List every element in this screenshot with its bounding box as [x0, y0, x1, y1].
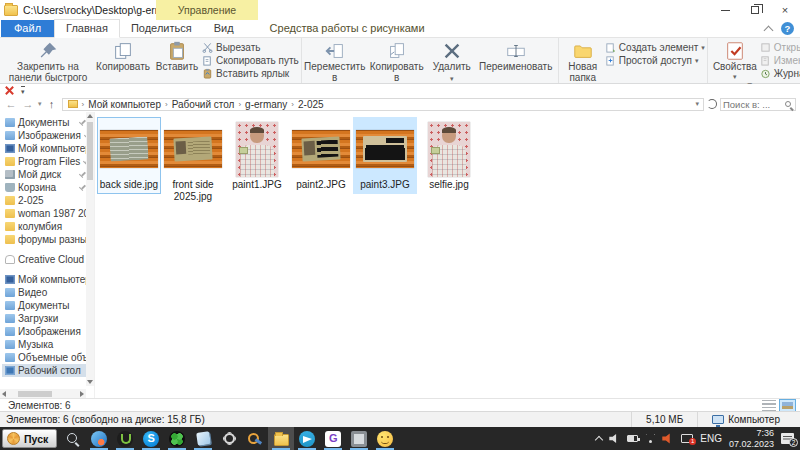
start-button[interactable]: Пуск [2, 429, 57, 448]
sidebar-item-объемные-объекты[interactable]: Объемные объекты [2, 351, 88, 364]
taskbar-search-button[interactable] [60, 427, 86, 450]
tab-share[interactable]: Поделиться [120, 20, 203, 37]
sidebar-item-мой-компьютер[interactable]: Мой компьютер [2, 273, 88, 286]
file-item[interactable]: front side 2025.jpg [161, 117, 225, 205]
qat-red-x-icon[interactable] [4, 85, 15, 96]
edit-button[interactable]: Изменить [760, 54, 800, 66]
tab-file[interactable]: Файл [1, 20, 54, 37]
copy-button[interactable]: Копировать [94, 39, 152, 74]
history-button[interactable]: Журнал [760, 67, 800, 79]
sidebar-item-creative-cloud-files[interactable]: Creative Cloud Files [2, 253, 88, 266]
scroll-right-icon[interactable] [80, 391, 84, 397]
taskbar-settings-button[interactable] [216, 427, 242, 450]
sidebar-item-2-025[interactable]: 2-025 [2, 194, 88, 207]
paste-icon [166, 40, 188, 62]
sidebar-item-мой-диск[interactable]: Мой диск [2, 168, 88, 181]
sidebar-item-видео[interactable]: Видео [2, 286, 88, 299]
qat-customize-caret-icon[interactable]: ▾ [21, 86, 25, 95]
sidebar-item-загрузки[interactable]: Загрузки [2, 312, 88, 325]
language-indicator[interactable]: ENG [700, 433, 722, 444]
taskbar-utorrent-button[interactable] [112, 427, 138, 450]
taskbar-browser-button[interactable] [86, 427, 112, 450]
file-item[interactable]: back side.jpg [97, 117, 161, 194]
help-icon[interactable]: ? [781, 22, 794, 35]
copy-path-button[interactable]: Скопировать путь [202, 54, 299, 66]
search-box[interactable] [720, 98, 796, 111]
rename-button[interactable]: Переименовать [476, 39, 556, 74]
wifi-icon[interactable] [645, 434, 655, 444]
sidebar-item-изображения[interactable]: Изображения [2, 325, 88, 338]
taskbar-key-button[interactable] [242, 427, 268, 450]
delete-button[interactable]: Удалить▾ [428, 39, 476, 83]
properties-button[interactable]: Свойства ▾ [710, 39, 760, 81]
sidebar-item-корзина[interactable]: Корзина [2, 181, 88, 194]
sidebar-item-рабочий-стол[interactable]: Рабочий стол [2, 364, 88, 377]
scrollbar-thumb[interactable] [87, 122, 93, 180]
address-dropdown-caret-icon[interactable]: ▾ [695, 100, 701, 108]
cut-button[interactable]: Вырезать [202, 41, 299, 53]
details-view-button[interactable] [762, 400, 776, 411]
scroll-down-icon[interactable] [87, 380, 93, 384]
paste-shortcut-button[interactable]: Вставить ярлык [202, 67, 299, 79]
taskbar-capture-button[interactable] [346, 427, 372, 450]
battery-icon[interactable] [627, 435, 638, 442]
file-item[interactable]: paint2.JPG [289, 117, 353, 194]
restore-button[interactable] [740, 0, 770, 20]
scrollbar-thumb[interactable] [18, 391, 52, 397]
contextual-tab-header[interactable]: Управление [156, 0, 258, 20]
close-button[interactable]: × [770, 0, 800, 20]
speaker-icon[interactable] [609, 434, 620, 444]
taskbar-g-app-button[interactable] [320, 427, 346, 450]
tab-home[interactable]: Главная [54, 19, 120, 38]
sidebar-item-форумы-разных-стра[interactable]: форумы разных стра [2, 233, 88, 246]
sidebar-horizontal-scrollbar[interactable] [0, 389, 86, 398]
taskbar-explorer-button[interactable] [268, 427, 294, 450]
file-item[interactable]: selfie.jpg [417, 117, 481, 194]
open-button[interactable]: Открыть▾ [760, 41, 800, 53]
tray-expand-icon[interactable] [595, 435, 603, 443]
sidebar-item-woman-1987-2029-cali[interactable]: woman 1987 2029 cali [2, 207, 88, 220]
taskbar-smiley-button[interactable] [372, 427, 398, 450]
tab-picture-tools[interactable]: Средства работы с рисунками [259, 20, 436, 37]
file-item[interactable]: paint3.JPG [353, 117, 417, 194]
sidebar-item-музыка[interactable]: Музыка [2, 338, 88, 351]
new-folder-button[interactable]: Новая папка [561, 39, 605, 84]
thumbnails-view-button[interactable] [779, 399, 796, 412]
collapse-ribbon-icon[interactable] [764, 25, 774, 35]
sidebar-vertical-scrollbar[interactable] [86, 112, 94, 386]
sidebar-item-документы[interactable]: Документы [2, 299, 88, 312]
clock[interactable]: 7:36 07.02.2023 [729, 428, 774, 450]
sidebar-item-колумбия[interactable]: колумбия [2, 220, 88, 233]
minimize-button[interactable] [710, 0, 740, 20]
sidebar-item-изображения[interactable]: Изображения [2, 129, 88, 142]
search-input[interactable] [721, 99, 785, 110]
sidebar-item-мой-компьютер[interactable]: Мой компьютер [2, 142, 88, 155]
breadcrumb-segment[interactable]: g-ermany [242, 99, 290, 110]
easy-access-button[interactable]: Простой доступ▾ [605, 54, 705, 66]
sidebar-item-program-files[interactable]: Program Files [2, 155, 88, 168]
new-item-button[interactable]: Создать элемент▾ [605, 41, 705, 53]
taskbar-clover-button[interactable] [164, 427, 190, 450]
refresh-icon[interactable] [707, 99, 717, 109]
address-bar[interactable]: › Мой компьютер›Рабочий стол›g-ermany›2-… [62, 98, 704, 111]
tab-view[interactable]: Вид [203, 20, 245, 37]
volume-mixer-icon[interactable] [662, 433, 674, 444]
scroll-up-icon[interactable] [87, 114, 93, 118]
recent-locations-caret-icon[interactable]: ▾ [38, 100, 42, 108]
action-center-icon[interactable]: 2 [781, 433, 794, 444]
display-tray-icon[interactable]: 1 [681, 434, 693, 443]
taskbar-skype-button[interactable] [138, 427, 164, 450]
forward-button[interactable]: → [21, 99, 35, 110]
back-button[interactable]: ← [4, 99, 18, 110]
paste-button[interactable]: Вставить [152, 39, 202, 74]
sidebar-item-документы[interactable]: Документы [2, 116, 88, 129]
file-item[interactable]: paint1.JPG [225, 117, 289, 194]
breadcrumb-segment[interactable]: 2-025 [295, 99, 327, 110]
taskbar-notes-button[interactable] [190, 427, 216, 450]
up-button[interactable]: ↑ [45, 99, 59, 110]
scroll-left-icon[interactable] [2, 391, 6, 397]
breadcrumb-segment[interactable]: Мой компьютер [85, 99, 164, 110]
file-name: paint2.JPG [296, 179, 345, 191]
taskbar-telegram-button[interactable] [294, 427, 320, 450]
breadcrumb-segment[interactable]: Рабочий стол [169, 99, 238, 110]
